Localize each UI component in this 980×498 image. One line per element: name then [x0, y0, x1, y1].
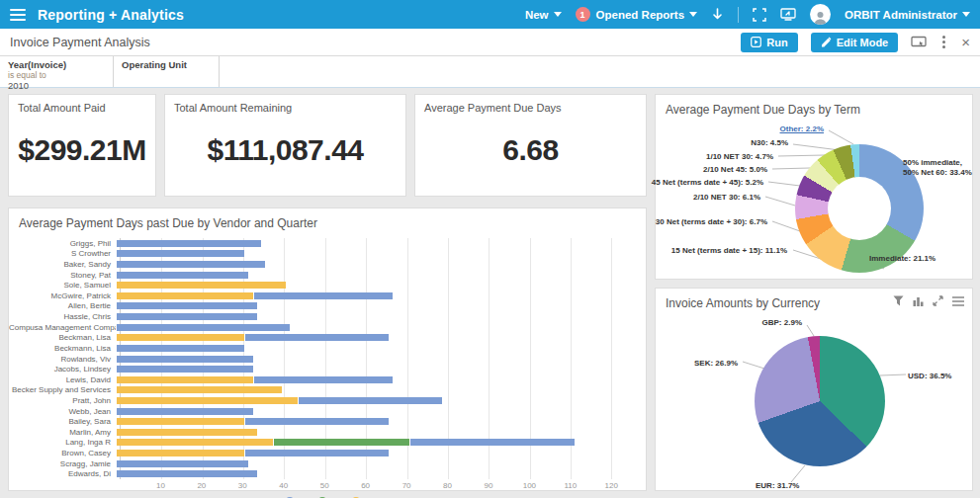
filter-operating-unit[interactable]: Operating Unit: [114, 56, 220, 87]
close-icon[interactable]: ×: [961, 35, 970, 49]
bar-segment-series-1[interactable]: [117, 345, 244, 352]
bar-segment-series-1[interactable]: [117, 313, 257, 320]
filter-icon[interactable]: [893, 295, 904, 306]
bar-segment-series-1[interactable]: [244, 418, 389, 425]
bar-segment-series-2[interactable]: [273, 439, 409, 446]
bar-segment-series-3[interactable]: [117, 450, 244, 456]
bar-segment-series-3[interactable]: [117, 376, 253, 383]
bar-row: Griggs, Phil: [9, 238, 632, 249]
pie-label-eur: EUR: 31.7%: [756, 481, 799, 490]
vendor-label: Baker, Sandy: [9, 260, 116, 269]
bar-track: [117, 386, 632, 393]
donut-label-other-link[interactable]: Other: 2.2%: [780, 124, 824, 133]
bar-segment-series-1[interactable]: [117, 470, 257, 477]
bar-row: Lewis, David: [9, 374, 632, 385]
bar-track: [117, 356, 632, 363]
vendor-label: Beckman, Lisa: [9, 333, 116, 342]
bar-row: Beckman, Lisa: [9, 332, 632, 343]
menu-icon[interactable]: [952, 296, 964, 306]
bar-track: [117, 366, 632, 373]
donut-label-45-net: 45 Net (terms date + 45): 5.2%: [652, 178, 763, 187]
bar-segment-series-1[interactable]: [298, 397, 442, 404]
bar-segment-series-1[interactable]: [117, 302, 257, 309]
bar-segment-series-1[interactable]: [244, 450, 389, 456]
kpi-title: Total Amount Paid: [9, 95, 155, 114]
vendor-label: Becker Supply and Services: [9, 385, 116, 394]
bar-segment-series-1[interactable]: [117, 240, 261, 247]
bar-track: [117, 324, 632, 331]
vendor-label: Hassle, Chris: [9, 312, 116, 321]
bar-row: Beckmann, Lisa: [9, 343, 632, 354]
report-title: Invoice Payment Analysis: [10, 36, 150, 49]
bar-segment-series-1[interactable]: [409, 439, 575, 446]
donut-chart: 50% immediate, 50% Net 60: 33.4% Immedia…: [656, 121, 972, 277]
bar-track: [117, 282, 632, 289]
bar-chart: Griggs, PhilS CrowtherBaker, SandyStoney…: [9, 238, 646, 479]
opened-reports-dropdown[interactable]: Opened Reports: [596, 9, 697, 21]
user-dropdown[interactable]: ORBIT Administrator: [845, 9, 970, 21]
bar-row: Bailey, Sara: [9, 416, 632, 427]
bar-segment-series-1[interactable]: [117, 356, 253, 363]
cast-icon[interactable]: [780, 8, 796, 21]
bar-track: [117, 345, 632, 352]
bar-row: Brown, Casey: [9, 448, 632, 458]
bar-segment-series-1[interactable]: [117, 250, 244, 257]
vendor-label: Beckmann, Lisa: [9, 344, 116, 353]
bar-chart-legend: 123: [9, 492, 646, 498]
present-window-icon[interactable]: [911, 36, 927, 48]
x-axis-tick-label: 10: [156, 481, 165, 490]
kpi-total-amount-paid: Total Amount Paid $299.21M: [8, 94, 156, 197]
bar-chart-x-axis: 102030405060708090100110120: [120, 479, 632, 492]
x-axis-tick-label: 120: [605, 481, 618, 490]
bar-segment-series-3[interactable]: [117, 386, 282, 393]
bar-segment-series-3[interactable]: [117, 429, 257, 436]
bar-row: McGwire, Patrick: [9, 290, 632, 301]
bar-segment-series-1[interactable]: [117, 261, 265, 268]
pie[interactable]: [755, 336, 885, 466]
more-options-icon[interactable]: [939, 36, 948, 48]
bar-chart-icon[interactable]: [913, 295, 924, 306]
expand-icon[interactable]: [933, 295, 943, 306]
bar-segment-series-1[interactable]: [117, 272, 248, 279]
filter-name: Operating Unit: [122, 59, 211, 70]
download-icon[interactable]: [711, 8, 724, 22]
bar-segment-series-1[interactable]: [117, 366, 253, 373]
filter-name: Year(Invoice): [8, 59, 105, 70]
vendor-label: Lang, Inga R: [9, 438, 116, 447]
bar-segment-series-1[interactable]: [117, 324, 290, 331]
pie-label-gbp: GBP: 2.9%: [762, 318, 802, 327]
run-icon: [751, 37, 761, 47]
bar-row: Allen, Bertie: [9, 301, 632, 312]
x-axis-tick-label: 30: [238, 481, 247, 490]
bar-segment-series-1[interactable]: [253, 376, 394, 383]
bar-segment-series-3[interactable]: [117, 418, 244, 425]
fullscreen-icon[interactable]: [753, 8, 766, 22]
vendor-label: Griggs, Phil: [9, 239, 116, 248]
vendor-label: Jacobs, Lindsey: [9, 365, 116, 374]
bar-segment-series-1[interactable]: [244, 334, 389, 341]
filter-year-invoice[interactable]: Year(Invoice) is equal to 2010: [0, 56, 114, 87]
new-dropdown-label: New: [525, 9, 549, 21]
bar-row: Becker Supply and Services: [9, 385, 632, 396]
new-dropdown[interactable]: New: [525, 9, 562, 21]
bar-segment-series-1[interactable]: [253, 292, 394, 299]
kpi-average-payment-due-days: Average Payment Due Days 6.68: [414, 94, 647, 197]
bar-segment-series-1[interactable]: [117, 460, 248, 467]
bar-segment-series-3[interactable]: [117, 292, 253, 299]
run-button[interactable]: Run: [741, 33, 797, 52]
avatar[interactable]: [810, 4, 831, 25]
bar-segment-series-3[interactable]: [117, 397, 298, 404]
bar-track: [117, 450, 632, 456]
dashboard-content: Total Amount Paid $299.21M Total Amount …: [0, 88, 980, 491]
bar-segment-series-3[interactable]: [117, 282, 286, 289]
filter-bar: Year(Invoice) is equal to 2010 Operating…: [0, 56, 980, 88]
chevron-down-icon: [689, 12, 697, 17]
bar-track: [117, 272, 632, 279]
bar-segment-series-3[interactable]: [117, 334, 244, 341]
edit-mode-button[interactable]: Edit Mode: [811, 33, 899, 52]
menu-icon[interactable]: [10, 9, 26, 21]
bar-segment-series-3[interactable]: [117, 439, 273, 446]
bar-track: [117, 376, 632, 383]
bar-track: [117, 240, 632, 247]
bar-segment-series-1[interactable]: [117, 408, 253, 415]
